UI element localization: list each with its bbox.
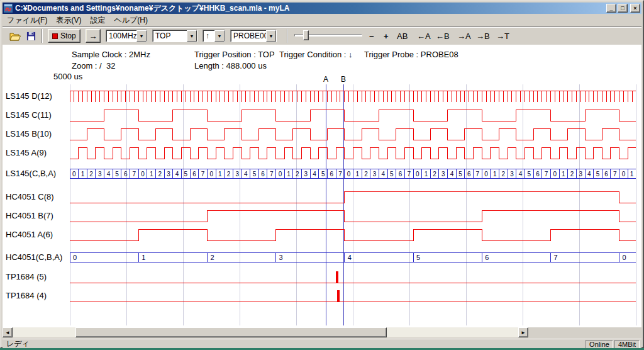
trigger-position-info: Trigger Position : TOP — [194, 50, 275, 59]
wave-hc4051-c-b-a-value: 6 — [485, 254, 489, 261]
wave-ls145-c-b-a-value: 3 — [579, 171, 582, 178]
channel-label-hc4051-b-7: HC4051 B(7) — [6, 210, 53, 222]
wave-ls145-c-b-a-value: 3 — [441, 171, 445, 178]
wave-ls145-c-b-a-value: 0 — [279, 171, 282, 178]
wave-ls145-c-b-a-value: 2 — [89, 171, 93, 178]
wave-ls145-c-b-a-value: 4 — [381, 171, 385, 178]
wave-ls145-c-b-a-value: 7 — [476, 171, 480, 178]
wave-ls145-c-b-a-value: 0 — [484, 171, 488, 178]
wave-ls145-c-b-a-value: 5 — [321, 171, 325, 178]
wave-ls145-c-b-a-value: 3 — [167, 171, 170, 178]
wave-ls145-c-b-a-value: 0 — [416, 171, 419, 178]
wave-ls145-c-b-a-value: 1 — [218, 171, 222, 178]
wave-ls145-c-b-a-value: 2 — [158, 171, 162, 178]
wave-ls145-c-b-a-value: 0 — [209, 171, 213, 178]
wave-ls145-c-b-a-value: 4 — [587, 171, 591, 178]
trigger-probe-info: Trigger Probe : PROBE08 — [364, 50, 458, 59]
wave-ls145-c-b-a-value: 0 — [553, 171, 557, 178]
wave-ls145-c-b-a-value: 0 — [72, 171, 76, 178]
wave-ls145-c-b-a-value: 4 — [175, 171, 179, 178]
channel-label-ls145-a-9: LS145 A(9) — [6, 147, 47, 159]
sample-clock-info: Sample Clock : 2MHz — [72, 50, 150, 59]
wave-ls145-c-b-a-value: 4 — [244, 171, 248, 178]
wave-ls145-c-b-a-value: 4 — [450, 171, 454, 178]
wave-ls145-c-b-a-value: 5 — [184, 171, 187, 178]
wave-ls145-c-b-a-value: 1 — [425, 171, 428, 178]
wave-ls145-c-b-a-value: 7 — [338, 171, 342, 178]
wave-ls145-c-b-a-value: 2 — [296, 171, 299, 178]
wave-ls145-c-b-a-value: 7 — [613, 171, 617, 178]
wave-hc4051-c-b-a-value: 7 — [553, 254, 557, 261]
wave-ls145-c-b-a-value: 5 — [527, 171, 531, 178]
wave-ls145-c-b-a-value: 6 — [604, 171, 608, 178]
wave-ls145-c-b-a-value: 3 — [304, 171, 308, 178]
wave-hc4051-c-b-a-value: 0 — [623, 254, 626, 261]
wave-ls145-c-b-a-value: 1 — [493, 171, 497, 178]
wave-ls145-c-b-a-value: 1 — [287, 171, 291, 178]
wave-ls145-c-b-a-value: 2 — [433, 171, 436, 178]
wave-ls145-c-b-a-value: 5 — [115, 171, 119, 178]
wave-ls145-c-b-a-value: 6 — [536, 171, 540, 178]
wave-ls145-c-b-a-value: 6 — [192, 171, 196, 178]
wave-ls145-c-b-a-value: 2 — [364, 171, 368, 178]
wave-ls145-c-b-a-value: 3 — [235, 171, 239, 178]
wave-ls145-c-b-a-value: 5 — [253, 171, 257, 178]
wave-ls145-c-b-a-value: 7 — [407, 171, 411, 178]
channel-label-tp1684-5: TP1684 (5) — [6, 271, 47, 283]
wave-ls145-c-b-a-value: 0 — [141, 171, 145, 178]
channel-label-ls145-b-10: LS145 B(10) — [6, 128, 52, 140]
wave-ls145-d-12 — [70, 91, 636, 102]
wave-hc4051-c-b-a-value: 3 — [279, 254, 283, 261]
timebase-label: 5000 us — [53, 72, 82, 81]
wave-ls145-c-b-a-value: 6 — [330, 171, 334, 178]
trigger-condition-info: Trigger Condition : ↓ — [279, 50, 353, 59]
wave-ls145-c-b-a-value: 4 — [519, 171, 523, 178]
channel-label-hc4051-c-8: HC4051 C(8) — [6, 191, 54, 203]
wave-ls145-c-b-a-value: 7 — [545, 171, 548, 178]
wave-ls145-a-9 — [70, 147, 636, 159]
wave-hc4051-c-b-a-value: 5 — [416, 254, 420, 261]
channel-label-ls145-c-b-a: LS145(C,B,A) — [6, 168, 56, 179]
wave-tp1684-5-pulse — [336, 271, 338, 283]
channel-label-hc4051-c-b-a: HC4051(C,B,A) — [6, 252, 62, 263]
wave-ls145-c-b-a-value: 7 — [133, 171, 136, 178]
cursor-b-label: B — [341, 75, 346, 84]
wave-ls145-c-b-a-value: 7 — [201, 171, 205, 178]
channel-label-ls145-d-12: LS145 D(12) — [6, 91, 52, 102]
wave-ls145-c-b-a-value: 3 — [98, 171, 102, 178]
wave-ls145-c-b-a-value: 2 — [227, 171, 231, 178]
channel-label-hc4051-a-6: HC4051 A(6) — [6, 229, 53, 240]
wave-ls145-c-b-a-value: 3 — [373, 171, 377, 178]
cursor-a-label: A — [323, 75, 328, 84]
wave-ls145-c-b-a-value: 4 — [107, 171, 111, 178]
wave-ls145-c-b-a-value: 6 — [124, 171, 128, 178]
wave-hc4051-c-b-a-value: 0 — [73, 254, 77, 261]
app-window: C:¥Documents and Settings¥noname¥デスクトップ¥… — [0, 0, 644, 348]
wave-ls145-c-b-a-value: 2 — [502, 171, 506, 178]
wave-hc4051-c-b-a-value: 2 — [210, 254, 214, 261]
wave-ls145-c-b-a-value: 6 — [467, 171, 471, 178]
wave-ls145-c-b-a-value: 1 — [355, 171, 359, 178]
wave-ls145-c-b-a-value: 2 — [570, 171, 574, 178]
wave-ls145-c-b-a-value: 7 — [270, 171, 274, 178]
wave-ls145-c-b-a-value: 3 — [510, 171, 514, 178]
length-info: Length : 488.000 us — [194, 61, 267, 71]
wave-ls145-c-b-a-value: 5 — [390, 171, 394, 178]
wave-ls145-c-b-a-value: 6 — [399, 171, 402, 178]
wave-ls145-c-b-a-value: 1 — [81, 171, 85, 178]
wave-tp1684-4-pulse — [337, 290, 340, 302]
wave-ls145-c-b-a-value: 5 — [596, 171, 600, 178]
wave-ls145-c-b-a-value: 1 — [150, 171, 153, 178]
wave-ls145-c-b-a-value: 0 — [347, 171, 351, 178]
wave-ls145-c-b-a-value: 5 — [458, 171, 462, 178]
channel-label-ls145-c-11: LS145 C(11) — [6, 110, 52, 121]
wave-ls145-c-b-a-value: 4 — [313, 171, 316, 178]
wave-ls145-c-b-a-value: 0 — [622, 171, 626, 178]
wave-ls145-c-b-a-value: 1 — [630, 171, 634, 178]
wave-hc4051-c-b-a-value: 1 — [142, 254, 145, 261]
zoom-info: Zoom : / 32 — [72, 61, 115, 71]
wave-ls145-c-b-a-value: 6 — [261, 171, 265, 178]
wave-hc4051-c-b-a-value: 4 — [348, 254, 352, 261]
channel-label-tp1684-4: TP1684 (4) — [6, 290, 47, 302]
wave-ls145-c-b-a-value: 1 — [562, 171, 565, 178]
